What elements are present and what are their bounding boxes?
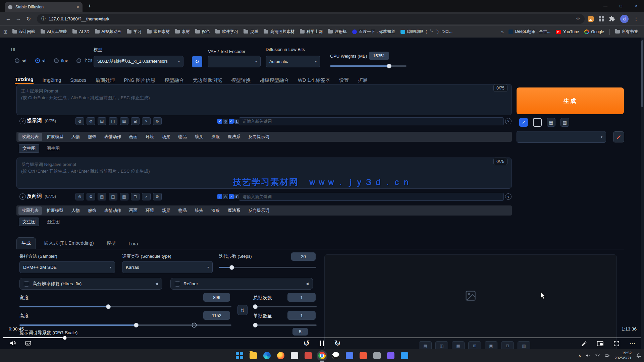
- scrollbar-thumb[interactable]: [641, 40, 643, 107]
- section-collapse-icon[interactable]: ∨: [505, 193, 512, 200]
- low-bits-dropdown[interactable]: Automatic ▾: [266, 56, 320, 67]
- bookmark-item[interactable]: 配色: [193, 27, 213, 36]
- tray-speaker-icon[interactable]: [586, 353, 591, 358]
- height-value[interactable]: 1152: [203, 311, 230, 320]
- extensions-puzzle-icon[interactable]: [609, 16, 615, 22]
- settings-tab[interactable]: Lora: [124, 238, 143, 249]
- hires-fix-toggle[interactable]: 高分辨率修复 (Hires. fix) ◀: [19, 278, 162, 290]
- file-explorer-icon[interactable]: [250, 352, 257, 359]
- address-bar[interactable]: ⓘ 127.0.0.1:7860/?__theme=dark ☆: [37, 14, 585, 24]
- tag-category-tab[interactable]: 镜头: [192, 206, 207, 215]
- batch-count-slider[interactable]: [253, 306, 317, 307]
- main-tab[interactable]: WD 1.4 标签器: [298, 77, 330, 83]
- app-gray-icon[interactable]: [373, 352, 381, 359]
- notifications-bell-icon[interactable]: [636, 353, 641, 358]
- prompt-tool-button[interactable]: ⊟: [131, 117, 140, 125]
- app-red-icon[interactable]: [305, 352, 312, 359]
- tag-category-tab[interactable]: 物品: [175, 133, 190, 141]
- mode-tab[interactable]: 图生图: [43, 218, 63, 226]
- tag-category-tab[interactable]: 服饰: [85, 133, 100, 141]
- tag-category-tab[interactable]: 环境: [142, 206, 157, 215]
- checkbox-icon[interactable]: [24, 281, 29, 287]
- steps-slider[interactable]: [219, 267, 316, 268]
- app-blue-icon[interactable]: [346, 352, 353, 359]
- tray-expand-icon[interactable]: ∧: [578, 353, 581, 358]
- start-icon[interactable]: [236, 352, 243, 359]
- bookmark-item[interactable]: 软件学习: [213, 27, 241, 36]
- collapse-left-icon[interactable]: ◀: [306, 282, 309, 286]
- tag-category-tab[interactable]: 表情动作: [101, 133, 124, 141]
- bookmark-item[interactable]: AI人工智能: [38, 27, 70, 36]
- prompt-tool-button[interactable]: ⊚: [75, 193, 84, 200]
- forward-icon[interactable]: →: [13, 15, 23, 22]
- tag-category-tab[interactable]: 魔法系: [224, 206, 244, 215]
- bookmark-item[interactable]: 注册机: [325, 27, 350, 36]
- fullscreen-icon[interactable]: [613, 340, 620, 347]
- slider-handle[interactable]: [106, 304, 111, 309]
- bookmark-item[interactable]: DeepL翻译：全世...: [506, 27, 553, 36]
- main-tab[interactable]: PNG 图片信息: [124, 77, 155, 83]
- picture-in-picture-icon[interactable]: [597, 340, 604, 347]
- width-value[interactable]: 896: [203, 293, 230, 302]
- steps-value[interactable]: 20: [291, 252, 316, 261]
- bookmark-item[interactable]: AI视频动画: [92, 27, 124, 36]
- new-tab-button[interactable]: +: [88, 3, 91, 9]
- gpu-weights-value[interactable]: 15351: [369, 52, 389, 60]
- clipboard-icon[interactable]: ▥: [560, 118, 569, 127]
- main-tab[interactable]: 扩展: [358, 77, 368, 83]
- apps-grid-icon[interactable]: ⊞: [3, 29, 8, 35]
- sidebar-extension-icon[interactable]: [599, 16, 604, 21]
- bookmark-item[interactable]: 设计网站: [10, 27, 38, 36]
- ui-version-option[interactable]: 全部: [76, 58, 92, 64]
- bookmark-star-icon[interactable]: ☆: [576, 16, 580, 22]
- slider-handle[interactable]: [134, 323, 139, 327]
- bookmark-item[interactable]: 哔哩哔哩（゜-゜）つロ...: [398, 27, 455, 36]
- apply-check-icon[interactable]: ✓: [519, 118, 528, 127]
- ui-version-option[interactable]: xl: [35, 58, 45, 63]
- edit-styles-button[interactable]: [613, 131, 624, 142]
- main-tab[interactable]: 无边图像浏览: [193, 77, 222, 83]
- gallery-action-button[interactable]: ▤: [419, 341, 432, 349]
- tag-category-tab[interactable]: 反向提示词: [245, 206, 273, 215]
- prompt-tool-button[interactable]: ×: [142, 117, 151, 125]
- prompt-tool-button[interactable]: ▤: [98, 117, 106, 125]
- app-light-icon[interactable]: [291, 352, 298, 359]
- prompt-toggle[interactable]: ✓: [217, 119, 222, 124]
- model-dropdown[interactable]: SDXL\基础模型XL_xl_1.0.safetensors ▾: [94, 56, 183, 67]
- prompt-tool-button[interactable]: ⚙: [153, 193, 162, 200]
- prompt-tool-button[interactable]: ⚙: [153, 117, 162, 125]
- tag-category-tab[interactable]: 物品: [175, 206, 190, 215]
- qq-icon[interactable]: [332, 352, 339, 359]
- settings-tab[interactable]: 嵌入式 (T.I. Embedding): [39, 238, 99, 249]
- main-tab[interactable]: 超级模型融合: [260, 77, 289, 83]
- prompt-toggle[interactable]: ◷: [223, 194, 228, 199]
- bookmark-item[interactable]: 灵感: [241, 27, 261, 36]
- bookmark-item[interactable]: 常用素材: [144, 27, 172, 36]
- tag-category-tab[interactable]: 扩展模型: [43, 133, 67, 141]
- mode-tab[interactable]: 图生图: [43, 144, 63, 153]
- section-collapse-icon[interactable]: ∨: [505, 118, 512, 124]
- chrome-icon[interactable]: [318, 352, 326, 359]
- batch-size-value[interactable]: 1: [287, 311, 316, 320]
- tag-category-tab[interactable]: 扩展模型: [43, 206, 67, 215]
- prompt-tool-button[interactable]: ⚙: [87, 193, 95, 200]
- mode-tab[interactable]: 文生图: [19, 218, 39, 226]
- tray-battery-icon[interactable]: [604, 353, 610, 358]
- prompt-tool-button[interactable]: ×: [142, 193, 151, 200]
- vscode-icon[interactable]: [401, 352, 408, 359]
- browser-tab[interactable]: Stable Diffusion ×: [5, 2, 83, 12]
- tag-category-tab[interactable]: 镜头: [192, 133, 207, 141]
- prompt-tool-button[interactable]: ⚙: [87, 117, 95, 125]
- main-tab[interactable]: 设置: [339, 77, 349, 83]
- gallery-action-button[interactable]: ▦: [452, 341, 465, 349]
- all-bookmarks-button[interactable]: 所有书签: [612, 27, 641, 36]
- tag-category-tab[interactable]: 收藏列表: [18, 133, 42, 141]
- slider-handle[interactable]: [253, 304, 258, 309]
- prompt-textarea[interactable]: [17, 84, 512, 115]
- blank-box-icon[interactable]: [533, 118, 542, 127]
- prompt-tool-button[interactable]: ⊚: [75, 117, 84, 125]
- slider-handle[interactable]: [253, 323, 258, 327]
- prompt-toggle[interactable]: ✓: [217, 194, 222, 199]
- annotate-pencil-icon[interactable]: [581, 341, 587, 347]
- prompt-tool-button[interactable]: ◫: [109, 193, 117, 200]
